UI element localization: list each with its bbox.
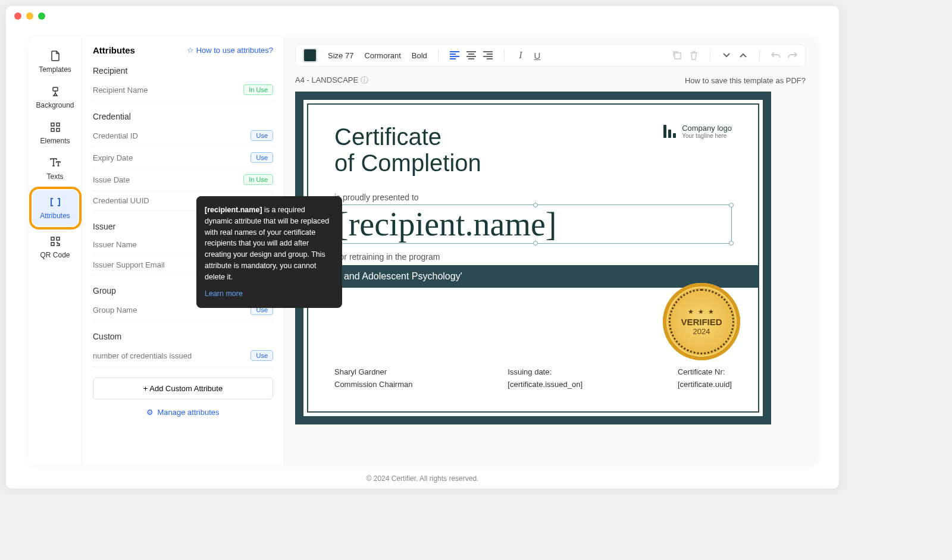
separator bbox=[504, 49, 505, 61]
svg-rect-8 bbox=[675, 53, 681, 59]
sidebar-nav: Templates Background Elements Texts Attr… bbox=[29, 37, 82, 465]
nav-attributes-highlight: Attributes bbox=[29, 187, 82, 229]
recipient-field-selected[interactable]: [recipient.name] bbox=[334, 205, 732, 244]
undo-icon[interactable] bbox=[771, 50, 781, 61]
page-footer: © 2024 Certifier. All rights reserved. bbox=[6, 474, 839, 483]
help-link[interactable]: ☆ How to use attributes? bbox=[187, 46, 273, 55]
font-weight-control[interactable]: Bold bbox=[412, 51, 427, 60]
separator bbox=[438, 49, 439, 61]
attr-recipient-name[interactable]: Recipient Name In Use bbox=[93, 79, 273, 101]
align-left-icon[interactable] bbox=[449, 50, 460, 61]
app-window: Templates Background Elements Texts Attr… bbox=[6, 6, 839, 489]
brackets-icon bbox=[49, 196, 61, 208]
font-family-control[interactable]: Cormorant bbox=[364, 51, 400, 60]
svg-rect-4 bbox=[57, 128, 60, 131]
font-size-control[interactable]: Size 77 bbox=[328, 51, 353, 60]
certificate-canvas[interactable]: Company logo Your tagline here Certifica… bbox=[295, 92, 771, 424]
window-close-icon[interactable] bbox=[14, 12, 21, 20]
align-right-icon[interactable] bbox=[483, 50, 493, 61]
verified-seal: ★ ★ ★ VERIFIED 2024 bbox=[663, 283, 740, 360]
star-icon: ☆ bbox=[187, 46, 194, 55]
nav-templates[interactable]: Templates bbox=[33, 44, 78, 80]
color-swatch[interactable] bbox=[303, 48, 317, 62]
nav-background[interactable]: Background bbox=[33, 80, 78, 115]
learn-more-link[interactable]: Learn more bbox=[205, 288, 334, 300]
panel-title: Attributes bbox=[93, 45, 135, 55]
svg-rect-6 bbox=[57, 237, 60, 240]
nav-label: Templates bbox=[39, 65, 71, 74]
file-icon bbox=[49, 50, 61, 62]
canvas-format-label: A4 - LANDSCAPE ⓘ bbox=[295, 75, 368, 86]
nav-label: Texts bbox=[46, 172, 63, 181]
nav-texts[interactable]: Texts bbox=[33, 151, 78, 187]
separator bbox=[710, 49, 710, 61]
nav-label: Background bbox=[36, 101, 74, 109]
canvas-area: Size 77 Cormorant Bold I U bbox=[284, 37, 816, 465]
paint-icon bbox=[49, 86, 61, 97]
attr-expiry-date[interactable]: Expiry Date Use bbox=[93, 147, 273, 169]
manage-attributes-link[interactable]: ⚙ Manage attributes bbox=[93, 408, 273, 417]
section-recipient: Recipient bbox=[93, 66, 273, 75]
nav-label: Attributes bbox=[40, 212, 70, 220]
nav-label: QR Code bbox=[40, 251, 70, 259]
presented-text: is proudly presented to bbox=[334, 193, 732, 202]
gear-icon: ⚙ bbox=[146, 408, 154, 417]
qr-icon bbox=[49, 235, 61, 247]
nav-label: Elements bbox=[40, 137, 70, 145]
section-credential: Credential bbox=[93, 112, 273, 121]
badge-use[interactable]: Use bbox=[250, 152, 273, 163]
info-icon[interactable]: ⓘ bbox=[361, 75, 368, 84]
underline-icon[interactable]: U bbox=[532, 50, 543, 61]
titlebar bbox=[6, 6, 839, 26]
attribute-tooltip: [recipient.name] is a required dynamic a… bbox=[196, 196, 342, 308]
add-custom-attribute-button[interactable]: + Add Custom Attribute bbox=[93, 377, 273, 399]
svg-rect-7 bbox=[51, 243, 54, 246]
main-shell: Templates Background Elements Texts Attr… bbox=[29, 37, 816, 465]
attr-issue-date[interactable]: Issue Date In Use bbox=[93, 169, 273, 191]
badge-inuse[interactable]: In Use bbox=[243, 84, 273, 95]
svg-rect-1 bbox=[51, 123, 54, 126]
window-zoom-icon[interactable] bbox=[38, 12, 45, 20]
chevron-up-icon[interactable] bbox=[738, 50, 749, 61]
align-center-icon[interactable] bbox=[466, 50, 477, 61]
attr-credential-id[interactable]: Credential ID Use bbox=[93, 125, 273, 147]
certificate-footer: Sharyl Gardner Commission Chairman Issui… bbox=[334, 366, 732, 391]
svg-rect-2 bbox=[57, 123, 60, 126]
trash-icon[interactable] bbox=[688, 50, 699, 61]
chevron-down-icon[interactable] bbox=[721, 50, 732, 61]
svg-rect-3 bbox=[51, 128, 54, 131]
nav-qrcode[interactable]: QR Code bbox=[33, 229, 78, 265]
badge-inuse[interactable]: In Use bbox=[243, 174, 273, 185]
window-minimize-icon[interactable] bbox=[26, 12, 33, 20]
text-icon bbox=[49, 157, 61, 169]
copy-icon[interactable] bbox=[672, 50, 682, 61]
italic-icon[interactable]: I bbox=[515, 50, 526, 61]
svg-rect-0 bbox=[53, 87, 58, 91]
retrain-text: For retraining in the program bbox=[334, 252, 732, 262]
section-custom: Custom bbox=[93, 332, 273, 341]
save-pdf-hint[interactable]: How to save this template as PDF? bbox=[685, 76, 806, 85]
text-toolbar: Size 77 Cormorant Bold I U bbox=[295, 44, 806, 67]
company-logo: Company logo Your tagline here bbox=[663, 124, 732, 139]
attr-custom-num[interactable]: number of credentials issued Use bbox=[93, 345, 273, 367]
grid-icon bbox=[49, 121, 61, 133]
nav-attributes[interactable]: Attributes bbox=[33, 190, 78, 226]
svg-rect-5 bbox=[51, 237, 54, 240]
redo-icon[interactable] bbox=[787, 50, 798, 61]
badge-use[interactable]: Use bbox=[250, 350, 273, 361]
nav-elements[interactable]: Elements bbox=[33, 115, 78, 151]
badge-use[interactable]: Use bbox=[250, 130, 273, 141]
separator bbox=[759, 49, 760, 61]
bars-icon bbox=[663, 125, 676, 138]
